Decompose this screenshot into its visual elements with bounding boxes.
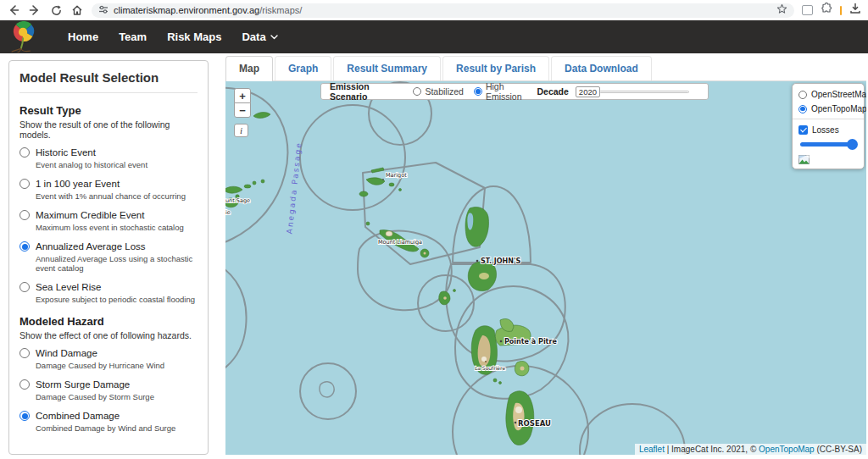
tab-result-by-parish[interactable]: Result by Parish: [442, 56, 549, 80]
extensions-puzzle-icon[interactable]: [821, 3, 832, 18]
option-label: Storm Surge Damage: [36, 379, 130, 390]
map-zoom-control: + − i: [234, 88, 251, 137]
radio-icon-selected: [798, 105, 807, 113]
decade-label: Decade: [537, 86, 569, 97]
basemap-option-openstreetmap[interactable]: OpenStreetMap: [798, 90, 858, 99]
zoom-in-button[interactable]: +: [234, 88, 251, 103]
option-desc: Event analog to historical event: [36, 160, 198, 169]
site-logo[interactable]: [7, 20, 41, 53]
basemap-option-opentopomap[interactable]: OpenTopoMap: [798, 104, 858, 113]
modeled-hazard-description: Show the effect of one of following haza…: [19, 330, 198, 340]
option-label: High Emission: [486, 81, 537, 102]
option-desc: Annualized Average Loss using a stochast…: [36, 254, 198, 273]
overlay-option-losses[interactable]: Losses: [798, 125, 858, 135]
map-attribution: Leaflet | ImageCat Inc. 2021, © OpenTopo…: [635, 444, 866, 455]
extension-icon[interactable]: [802, 5, 813, 15]
option-label: OpenTopoMap: [811, 104, 866, 113]
radio-icon: [19, 282, 30, 292]
radio-icon: [19, 379, 30, 390]
map-label-mount-liamuiga: Mount Liamuiga: [378, 239, 422, 246]
radio-icon: [19, 210, 30, 220]
option-desc: Exposure subject to periodic coastal flo…: [36, 295, 198, 304]
option-label: Losses: [812, 125, 839, 135]
address-bar[interactable]: climateriskmap.environment.gov.ag/riskma…: [92, 3, 794, 18]
tab-result-summary[interactable]: Result Summary: [333, 56, 441, 80]
nav-item-risk-maps[interactable]: Risk Maps: [167, 30, 221, 43]
map-label-la-soufriere: La Soufrière: [475, 365, 505, 371]
slider-knob[interactable]: [847, 139, 858, 150]
option-label: Maximum Credible Event: [36, 210, 144, 220]
site-info-icon[interactable]: [98, 3, 108, 18]
browser-toolbar: climateriskmap.environment.gov.ag/riskma…: [0, 0, 868, 20]
islands: [225, 113, 534, 445]
option-label: Sea Level Rise: [36, 282, 101, 292]
radio-option-1-in-100-year-event[interactable]: 1 in 100 year Event Event with 1% annual…: [19, 179, 198, 201]
option-label: Annualized Average Loss: [36, 241, 146, 252]
map-label-roseau: ROSEAU: [518, 419, 551, 428]
map-label-marigot: Marigot: [386, 172, 407, 179]
losses-opacity-slider[interactable]: [800, 142, 856, 147]
nav-item-data-dropdown[interactable]: Data: [242, 30, 277, 43]
radio-option-historic-event[interactable]: Historic Event Event analog to historica…: [19, 147, 198, 169]
checkbox-checked-icon: [798, 125, 808, 135]
pinned-extension-indicator: [840, 6, 842, 15]
option-desc: Damage Caused by Hurricane Wind: [36, 361, 198, 370]
radio-icon-selected: [474, 87, 482, 96]
attribution-suffix: (CC-BY-SA): [815, 445, 862, 454]
radio-option-high-emission[interactable]: High Emission: [474, 81, 537, 102]
home-icon[interactable]: [70, 3, 84, 17]
map-label-mount-sage: unt Sage: [225, 197, 250, 204]
tab-map[interactable]: Map: [225, 56, 273, 81]
result-tabs: Map Graph Result Summary Result by Paris…: [225, 56, 866, 81]
radio-icon-selected: [19, 241, 30, 252]
map-label-st-johns: ST. JOHN'S: [481, 257, 520, 265]
reload-icon[interactable]: [49, 3, 63, 17]
radio-icon: [19, 147, 30, 158]
radio-icon: [19, 348, 30, 358]
option-label: Wind Damage: [36, 348, 97, 358]
losses-regions-layer[interactable]: [225, 82, 685, 455]
radio-icon: [798, 91, 807, 99]
option-desc: Combined Damage by Wind and Surge: [36, 423, 198, 433]
emission-scenario-bar: Emission Scenario Stabilized High Emissi…: [320, 83, 709, 100]
chevron-down-icon: [270, 35, 278, 40]
attribution-text: | ImageCat Inc. 2021, ©: [665, 445, 759, 454]
modeled-hazard-heading: Modeled Hazard: [19, 315, 198, 328]
map-canvas[interactable]: Anegada Passage unt Sage ie Marigot Moun…: [225, 81, 866, 455]
leaflet-link[interactable]: Leaflet: [639, 445, 665, 454]
radio-option-maximum-credible-event[interactable]: Maximum Credible Event Maximum loss even…: [19, 210, 198, 232]
result-type-heading: Result Type: [19, 104, 198, 117]
decade-slider-handle[interactable]: 2020: [576, 86, 600, 97]
result-type-description: Show the result of one of the following …: [19, 119, 198, 140]
map-label-pointe-a-pitre: Pointe à Pitre: [504, 338, 557, 346]
back-icon[interactable]: [7, 3, 20, 17]
downloads-icon[interactable]: [849, 3, 861, 18]
option-desc: Damage Caused by Storm Surge: [36, 392, 198, 401]
site-navbar: Home Team Risk Maps Data: [0, 20, 868, 53]
bookmark-star-icon[interactable]: [776, 3, 787, 18]
option-desc: Event with 1% annual chance of occurring: [36, 191, 198, 201]
radio-option-wind-damage[interactable]: Wind Damage Damage Caused by Hurricane W…: [19, 348, 198, 370]
radio-icon: [19, 179, 30, 189]
radio-option-annualized-average-loss[interactable]: Annualized Average Loss Annualized Avera…: [19, 241, 198, 273]
tab-graph[interactable]: Graph: [275, 56, 331, 80]
forward-icon[interactable]: [28, 3, 42, 17]
decade-slider-track[interactable]: [599, 91, 689, 93]
radio-option-sea-level-rise[interactable]: Sea Level Rise Exposure subject to perio…: [19, 282, 198, 304]
radio-option-storm-surge-damage[interactable]: Storm Surge Damage Damage Caused by Stor…: [19, 379, 198, 401]
url-text: climateriskmap.environment.gov.ag/riskma…: [114, 5, 302, 15]
info-button[interactable]: i: [234, 124, 248, 137]
layers-separator: [793, 119, 864, 119]
radio-icon-selected: [19, 411, 30, 421]
radio-option-stabilized[interactable]: Stabilized: [413, 86, 464, 97]
tree-logo-icon: [9, 21, 38, 53]
nav-item-team[interactable]: Team: [119, 30, 147, 43]
nav-item-home[interactable]: Home: [68, 30, 98, 43]
tab-data-download[interactable]: Data Download: [551, 56, 652, 80]
radio-option-combined-damage[interactable]: Combined Damage Combined Damage by Wind …: [19, 411, 198, 433]
zoom-out-button[interactable]: −: [234, 102, 251, 118]
broken-image-icon: [798, 155, 810, 164]
panel-title: Model Result Selection: [19, 70, 198, 93]
opentopomap-link[interactable]: OpenTopoMap: [759, 445, 815, 454]
option-desc: Maximum loss event in stochastic catalog: [36, 223, 198, 232]
